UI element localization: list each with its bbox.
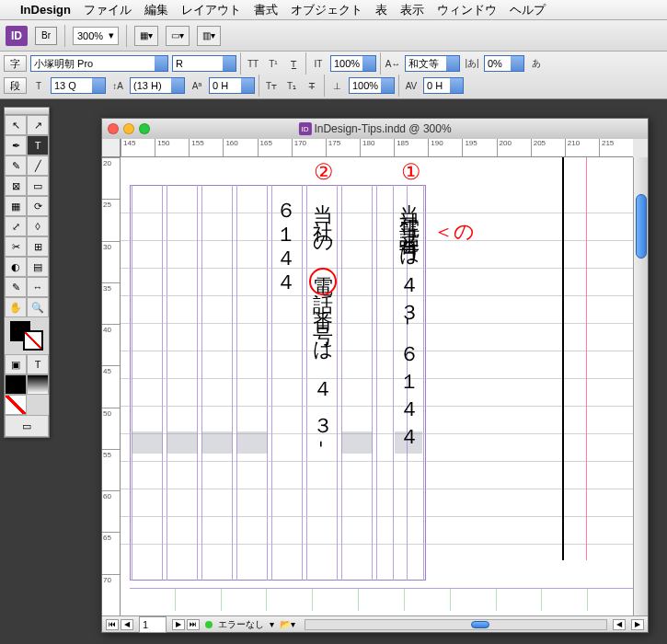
vertical-text-col3[interactable]: ６１４４ — [276, 189, 296, 284]
pencil-tool[interactable]: ✎ — [5, 155, 27, 176]
baseline-shift-field[interactable]: 0 H — [209, 77, 255, 94]
margin-rule — [562, 157, 564, 560]
rotation-field[interactable]: 0% — [484, 55, 524, 72]
scale-tool[interactable]: ⤢ — [5, 216, 27, 236]
strikethrough-icon[interactable]: T̶ — [304, 81, 320, 91]
underline-icon[interactable]: T̲ — [285, 59, 302, 69]
zoom-tool[interactable]: 🔍 — [27, 297, 49, 317]
zoom-select[interactable]: 300% — [73, 27, 119, 45]
first-page-button[interactable]: ⏮ — [106, 619, 119, 630]
subscript-icon[interactable]: T₁ — [283, 81, 300, 91]
tracking-icon: AV — [403, 81, 420, 91]
note-tool[interactable]: ▤ — [27, 257, 49, 277]
format-text-icon[interactable]: T — [27, 354, 49, 374]
vscale-icon: IT — [310, 59, 327, 69]
hand-tool[interactable]: ✋ — [5, 297, 27, 317]
leading-field[interactable]: (13 H) — [130, 77, 185, 94]
apply-gradient-icon[interactable] — [27, 374, 49, 395]
char-mode-button[interactable]: 字 — [4, 55, 27, 72]
shear-tool[interactable]: ◊ — [27, 216, 49, 236]
kerning-icon: A↔ — [385, 59, 401, 69]
menu-object[interactable]: オブジェクト — [291, 2, 362, 18]
next-page-button[interactable]: ▶ — [172, 619, 185, 630]
format-container-icon[interactable]: ▣ — [5, 354, 27, 374]
menu-edit[interactable]: 編集 — [144, 2, 168, 18]
screen-mode-icon[interactable]: ▭▾ — [166, 26, 190, 46]
scroll-left-button[interactable]: ◀ — [613, 619, 626, 630]
hscale-field[interactable]: 100% — [349, 77, 395, 94]
menu-view[interactable]: 表示 — [400, 2, 424, 18]
gradient-tool[interactable]: ◐ — [5, 257, 27, 277]
font-size-field[interactable]: 13 Q — [51, 77, 106, 94]
status-bar: ⏮ ◀ 1 ▶ ⏭ エラーなし ▾ 📂▾ ◀ ▶ — [102, 615, 648, 632]
vertical-text-col1[interactable]: 当社電話番号は４３‐６１４４ — [399, 189, 420, 443]
fill-stroke-swatch[interactable] — [5, 317, 49, 354]
apply-color-icon[interactable] — [5, 374, 27, 395]
open-icon[interactable]: 📂▾ — [280, 619, 295, 629]
view-mode-icon[interactable]: ▭ — [5, 415, 49, 437]
smallcaps-icon[interactable]: Tᴛ — [263, 81, 280, 91]
baseline-shift-icon: Aª — [189, 81, 205, 91]
free-transform-tool[interactable]: ⊞ — [27, 236, 49, 257]
marker-2: ② — [314, 159, 334, 185]
horizontal-ruler[interactable]: 145 150 155 160 165 170 175 180 185 190 … — [121, 139, 633, 157]
para-mode-button[interactable]: 段 — [4, 77, 27, 94]
line-tool[interactable]: ╱ — [27, 155, 49, 176]
preflight-status-icon[interactable] — [205, 621, 213, 628]
app-toolbar: ID Br 300% ▦▾ ▭▾ ▥▾ — [0, 20, 667, 52]
id-app-icon[interactable]: ID — [6, 26, 28, 46]
frame-tool[interactable]: ⊠ — [5, 176, 27, 196]
page-number-field[interactable]: 1 — [139, 616, 167, 633]
close-button[interactable] — [108, 123, 119, 134]
bleed-rule — [586, 157, 587, 560]
canvas[interactable]: 当社電話番号は４３‐６１４４ 当社の電話番号は４３‐ ６１４４ ① ② ＜の — [121, 157, 633, 615]
eyedropper-tool[interactable]: ✎ — [5, 277, 27, 297]
type-tool[interactable]: T — [27, 135, 49, 155]
last-page-button[interactable]: ⏭ — [187, 619, 200, 630]
menu-window[interactable]: ウィンドウ — [437, 2, 497, 18]
ruler-origin[interactable] — [102, 139, 121, 157]
measure-tool[interactable]: ↔ — [27, 277, 49, 297]
horizontal-scrollbar[interactable] — [305, 619, 607, 630]
minimize-button[interactable] — [123, 123, 134, 134]
prev-page-button[interactable]: ◀ — [121, 619, 133, 630]
menubar: InDesign ファイル 編集 レイアウト 書式 オブジェクト 表 表示 ウィ… — [0, 0, 667, 20]
menu-type[interactable]: 書式 — [254, 2, 278, 18]
marker-1: ① — [401, 159, 421, 185]
zoom-button[interactable] — [139, 123, 150, 134]
allcaps-icon[interactable]: TT — [245, 59, 261, 69]
highlight-row — [167, 431, 198, 454]
menu-table[interactable]: 表 — [375, 2, 387, 18]
rotate-tool[interactable]: ⟳ — [27, 196, 49, 216]
menu-help[interactable]: ヘルプ — [510, 2, 546, 18]
kerning-field[interactable]: 和文等 — [405, 55, 460, 72]
vscale-field[interactable]: 100% — [330, 55, 376, 72]
aa-icon[interactable]: あ — [528, 57, 545, 70]
vertical-scrollbar[interactable] — [633, 157, 648, 615]
vertical-ruler[interactable]: 20 25 30 35 40 45 50 55 60 65 70 — [102, 157, 121, 615]
baseline-icon: |あ| — [464, 57, 480, 70]
pen-tool[interactable]: ✒ — [5, 135, 27, 155]
table-tool[interactable]: ▦ — [5, 196, 27, 216]
bridge-button[interactable]: Br — [35, 27, 57, 45]
highlight-row — [132, 431, 163, 454]
scissors-tool[interactable]: ✂ — [5, 236, 27, 257]
selection-tool[interactable]: ↖ — [5, 115, 27, 135]
superscript-icon[interactable]: T¹ — [265, 59, 282, 69]
rectangle-tool[interactable]: ▭ — [27, 176, 49, 196]
menu-layout[interactable]: レイアウト — [181, 2, 241, 18]
apply-none-icon[interactable] — [5, 395, 27, 415]
arrange-icon[interactable]: ▥▾ — [197, 26, 221, 46]
scroll-right-button[interactable]: ▶ — [631, 619, 644, 630]
direct-selection-tool[interactable]: ↗ — [27, 115, 49, 135]
view-options-icon[interactable]: ▦▾ — [134, 26, 158, 46]
preflight-status-text[interactable]: エラーなし — [218, 618, 264, 631]
font-family-field[interactable]: 小塚明朝 Pro — [30, 55, 168, 72]
menu-file[interactable]: ファイル — [84, 2, 132, 18]
highlight-row — [341, 431, 373, 454]
window-titlebar[interactable]: ID InDesign-Tips.indd @ 300% — [102, 119, 648, 139]
font-style-field[interactable]: R — [172, 55, 236, 72]
app-name[interactable]: InDesign — [20, 3, 71, 17]
tracking-field[interactable]: 0 H — [423, 77, 464, 94]
vertical-text-col2[interactable]: 当社の電話番号は４３‐ — [313, 189, 333, 464]
